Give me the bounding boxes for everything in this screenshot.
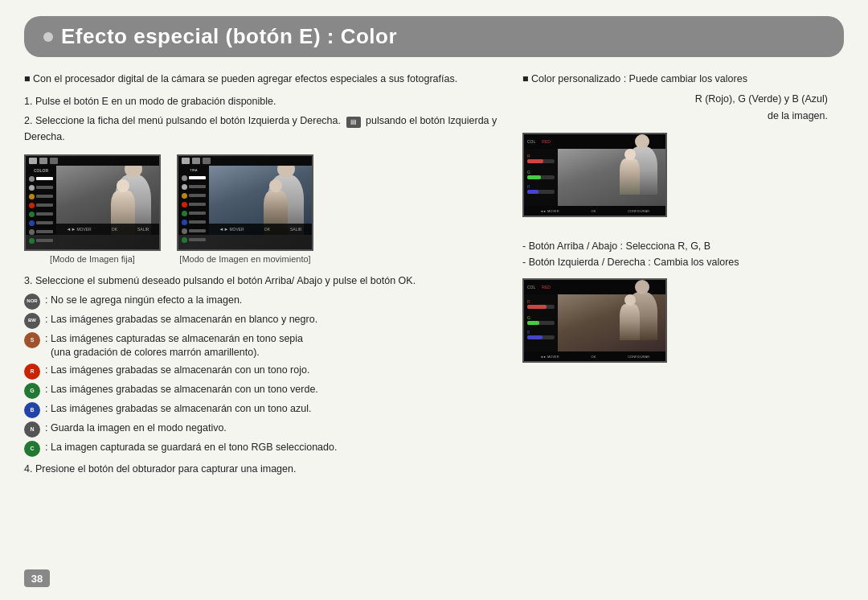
cam-body-2: TIRA [178,166,312,235]
cam-body-1: COLOR [26,166,159,235]
cam-menu-item-nor-2 [180,175,207,182]
bar-nor-2 [189,176,206,179]
badge-nor: NOR [24,294,40,310]
right-cam-bottom-2: ◄► MOVER OK CONFIGURAR [524,351,665,361]
cam-preview-1: ◄► MOVER OK SALIR [56,166,159,235]
dot-red [29,203,35,208]
bar-blu-2 [189,220,206,224]
rgb-label: R (Rojo), G (Verde) y B (Azul) [695,92,844,107]
page-title: Efecto especial (botón E) : Color [61,24,397,49]
cam-icon-1 [29,158,37,164]
cam-bottom-bar-1: ◄► MOVER OK SALIR [56,224,159,235]
menu-icon: ▤ [346,117,361,128]
cam-icon-6 [203,158,211,164]
hint-1: - Botón Arriba / Abajo : Selecciona R, G… [522,238,739,254]
right-column: ■ Color personalizado : Puede cambiar lo… [522,72,844,475]
person-head-1 [125,166,142,178]
color-custom-text: ■ Color personalizado : Puede cambiar lo… [522,72,747,87]
dot-nor [29,176,35,182]
right-cam-menu-2: R G [524,294,558,351]
slider-r-2: R [527,299,555,309]
dot-rgb [29,238,35,244]
slider-g: G [527,170,555,179]
cam-menu-item-bw-2 [180,183,207,191]
dot-neg-2 [182,228,187,234]
right-screenshot-1: COL RED R [522,133,667,217]
dot-sep [29,194,35,199]
cam-menu-item-rgb-2 [180,236,207,244]
cam-top-bar-1 [26,156,159,166]
step1-text: 1. Pulse el botón E en un modo de grabac… [24,93,506,109]
page: Efecto especial (botón E) : Color ■ Con … [0,0,868,600]
cam-menu-item-nor [27,175,55,183]
dot-bw-2 [182,184,187,190]
cam-menu-item-neg-2 [180,228,207,235]
person2-head-1 [117,179,129,192]
bar-rgb-2 [189,238,206,241]
badge-neg: N [24,421,40,438]
page-number: 38 [24,569,50,587]
right-cam-ui-2: COL RED R G [524,280,665,361]
cam-menu-1: COLOR [26,166,56,235]
screenshot-2-frame: TIRA [177,154,313,251]
cam-menu-item-grn [27,211,55,218]
screenshot-1-wrapper: COLOR [24,154,161,264]
title-dot [43,32,53,42]
icon-item-red: R : Las imágenes grabadas se almacenarán… [24,364,506,380]
slider-b-2: B [527,330,555,339]
cam-menu-item-neg [27,228,55,236]
bar-neg [36,230,53,233]
bar-bw-2 [189,185,206,188]
right-cam-preview-2 [558,294,665,351]
buttons-hint: - Botón Arriba / Abajo : Selecciona R, G… [522,238,739,270]
person2-head-2 [269,179,282,192]
cam-arrow-left-1: ◄► [67,227,76,232]
dot-blu [29,220,35,226]
dot-nor-2 [182,175,187,181]
right-screenshot-2: COL RED R G [522,278,667,363]
step4-text: 4. Presione el botón del obturador para … [24,463,506,475]
bar-neg-2 [189,229,206,232]
cam-top-bar-2 [178,156,312,166]
right-red-label-2: RED [542,285,551,290]
cam-ok-btn-1: OK [112,227,117,232]
right-cam-body-1: R G [524,149,665,206]
badge-blu: B [24,402,40,418]
badge-bw: BW [24,313,40,329]
bar-grn [36,212,53,216]
bar-sep [36,195,53,198]
cam-arrow-left-2: ◄► [219,227,229,232]
cam-icon-3 [50,158,58,164]
right-cam-bottom-1: ◄► MOVER OK CONFIGURAR [524,206,665,216]
title-bar: Efecto especial (botón E) : Color [24,16,844,57]
cam-menu-item-blu [27,220,55,227]
badge-rgb: C [24,441,40,457]
right-person2-2 [620,304,640,340]
cam-menu-item-red-2 [180,201,207,208]
screenshot-1-caption: [Modo de Imagen fija] [50,254,135,264]
cam-bottom-bar-2: ◄► MOVER OK SALIR [209,224,312,235]
icon-item-bw: BW : Las imágenes grabadas se almacenará… [24,313,506,329]
bar-red [36,203,53,207]
screenshot-2-caption: [Modo de Imagen en movimiento] [179,254,310,264]
cam-preview-2: ◄► MOVER OK SALIR [209,166,312,235]
intro-paragraph: ■ Con el procesador digital de la cámara… [24,72,506,87]
icon-item-rgb: C : La imagen capturada se guardará en e… [24,441,506,457]
bar-bw [36,186,53,189]
right-person2-1 [620,158,640,195]
cam-ui-1: COLOR [26,156,159,249]
cam-menu-item-rgb [27,237,55,245]
slider-g-2: G [527,315,555,325]
dot-grn [29,212,35,217]
cam-menu-item-bw [27,184,55,191]
bar-rgb [36,239,53,242]
bullet-intro: ■ [24,73,33,84]
left-column: ■ Con el procesador digital de la cámara… [24,72,506,475]
right-col-label: COL [527,139,535,144]
cam-menu-item-sep [27,193,55,200]
cam-ok-btn-2: OK [264,227,270,232]
de-label: de la imagen. [768,109,844,124]
icon-item-grn: G : Las imágenes grabadas se almacenarán… [24,383,506,399]
right-cam-body-2: R G [524,294,665,351]
cam-icon-5 [192,158,200,164]
